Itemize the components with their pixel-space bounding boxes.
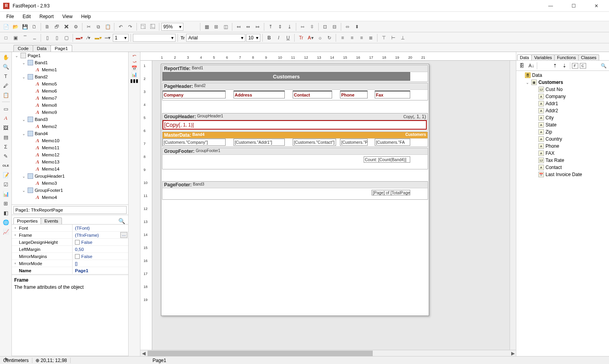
data-collapse-icon[interactable]: ⇡	[551, 62, 559, 70]
memo-object[interactable]: [Customers."Contact"]	[293, 139, 336, 146]
new-button[interactable]: 📄	[2, 22, 10, 31]
band-masterdata[interactable]: MasterData: Band4Customers [Customers."C…	[162, 132, 428, 147]
save-button[interactable]: 💾	[21, 22, 29, 31]
memo-object[interactable]: [Customers."Company"]	[163, 139, 226, 146]
underline-button[interactable]: U	[284, 33, 292, 42]
tree-node[interactable]: A Memo1	[26, 66, 128, 73]
band-pagefooter[interactable]: PageFooter: Band3 [Page] of [TotalPages]	[162, 181, 428, 200]
data-caption-icon[interactable]: C	[580, 63, 586, 69]
property-row[interactable]: +Font (TFont)	[12, 225, 128, 232]
tree-node[interactable]: A Memo4	[26, 194, 128, 201]
tree-node[interactable]: ⌄ Band1	[19, 59, 128, 66]
data-tree-node[interactable]: A Company	[532, 93, 608, 100]
checkbox-tool-button[interactable]: ☑	[2, 180, 10, 189]
cut-button[interactable]: ✂	[84, 22, 93, 31]
property-value[interactable]: (TFont)	[73, 225, 128, 231]
frame-all-button[interactable]: ▣	[11, 33, 20, 42]
data-tab-classes[interactable]: Classes	[578, 54, 599, 60]
style-combo[interactable]: ▾	[133, 34, 176, 42]
property-row[interactable]: LeftMargin 0,50	[12, 246, 128, 253]
tab-data[interactable]: Data	[33, 45, 51, 52]
group-button[interactable]: ⿹	[139, 22, 148, 31]
align-middle-button[interactable]: ⇕	[276, 22, 284, 31]
tree-node[interactable]: ⌄ GroupFooter1	[19, 187, 128, 194]
chart-tool-button[interactable]: 📊	[2, 189, 10, 198]
menu-help[interactable]: Help	[77, 13, 95, 20]
memo-object[interactable]: Customers	[163, 72, 410, 81]
memo-object[interactable]: Address	[234, 91, 285, 98]
page-settings-button[interactable]: ⚙	[71, 22, 80, 31]
property-row[interactable]: MirrorMargins False	[12, 253, 128, 260]
undo-button[interactable]: ↶	[116, 22, 125, 31]
property-row[interactable]: +Frame (TfrxFrame) …	[12, 232, 128, 239]
data-tree-node[interactable]: A Contact	[532, 164, 608, 171]
ole-tool-button[interactable]: OLE	[2, 161, 10, 170]
vertical-scrollbar[interactable]	[510, 61, 516, 350]
redo-button[interactable]: ↷	[126, 22, 135, 31]
tree-node[interactable]: ⌄ GroupHeader1	[19, 173, 128, 180]
data-tree-node[interactable]: A State	[532, 121, 608, 128]
memo-object[interactable]: [Customers."FA	[375, 139, 410, 146]
data-tab-data[interactable]: Data	[517, 54, 532, 60]
space-v-button[interactable]: ⇳	[308, 22, 316, 31]
chart-insert-button[interactable]: 📊	[131, 72, 137, 77]
fill-color-button[interactable]: ▬▾	[75, 33, 84, 42]
text-valign-bottom-button[interactable]: ⊥	[398, 33, 407, 42]
memo-object[interactable]: Contact	[293, 91, 332, 98]
property-value[interactable]: False	[73, 253, 128, 260]
data-tree-node[interactable]: 12 Cust No	[532, 86, 608, 93]
text-tool-button[interactable]: T	[2, 72, 10, 80]
richtext-tool-button[interactable]: 📝	[2, 171, 10, 179]
expand-icon[interactable]: ⌄	[525, 80, 530, 85]
tree-node[interactable]: A Memo9	[26, 109, 128, 116]
expand-icon[interactable]: ⌄	[21, 174, 26, 178]
data-tree-node[interactable]: 🗄 Data	[519, 72, 608, 79]
format-tool-button[interactable]: 🖉	[2, 81, 10, 90]
band-tool-button[interactable]: ▭	[2, 104, 10, 113]
redo-arc-button[interactable]: ⤻	[133, 59, 136, 65]
data-tree-node[interactable]: 12 Tax Rate	[532, 157, 608, 164]
same-width-button[interactable]: ⬄	[343, 22, 352, 31]
hand-tool-button[interactable]: ✋	[2, 53, 10, 61]
data-tab-functions[interactable]: Functions	[554, 54, 579, 60]
gradient-tool-button[interactable]: ◧	[2, 208, 10, 217]
data-tree-node[interactable]: A City	[532, 114, 608, 121]
property-row[interactable]: Name Page1	[12, 267, 128, 274]
property-value[interactable]: (TfrxFrame) …	[73, 232, 128, 238]
report-page[interactable]: ReportTitle: Band1 Customers PageHeader:…	[161, 64, 429, 316]
tree-node[interactable]: A Memo12	[26, 151, 128, 158]
barcode-button[interactable]: ▮▮▮	[130, 78, 138, 84]
line-style-button[interactable]: ▬▾	[94, 33, 103, 42]
property-row[interactable]: LargeDesignHeight False	[12, 239, 128, 246]
data-tab-variables[interactable]: Variables	[531, 54, 555, 60]
tree-node[interactable]: A Memo6	[26, 87, 128, 95]
tree-node[interactable]: ⌄ Band3	[19, 116, 128, 123]
font-color-button[interactable]: A▾	[306, 33, 315, 42]
data-field-icon[interactable]: F	[572, 63, 578, 69]
font-settings-button[interactable]: Tr	[297, 33, 305, 42]
data-tree-node[interactable]: A Addr1	[532, 100, 608, 107]
zoom-combo[interactable]: 95%▾	[161, 23, 183, 31]
expand-icon[interactable]: ⌄	[21, 75, 26, 79]
menu-view[interactable]: View	[58, 13, 77, 20]
memo-object[interactable]: Company	[163, 91, 226, 98]
gauge-tool-button[interactable]: 📈	[2, 227, 10, 236]
align-left-button[interactable]: ⤆	[234, 22, 243, 31]
data-db-icon[interactable]: 🗄	[518, 62, 526, 70]
band-pageheader[interactable]: PageHeader: Band2 CompanyAddressContactP…	[162, 83, 428, 100]
tab-page1[interactable]: Page1	[50, 45, 72, 52]
property-row[interactable]: +MirrorMode []	[12, 260, 128, 267]
tree-node[interactable]: A Memo10	[26, 137, 128, 144]
align-bottom-button[interactable]: ⤓	[285, 22, 294, 31]
memo-object[interactable]: [Customers."Ph	[340, 139, 368, 146]
data-tree-node[interactable]: A FAX	[532, 150, 608, 157]
center-h-button[interactable]: ⊡	[321, 22, 329, 31]
prop-tab-events[interactable]: Events	[41, 217, 62, 224]
align-top-button[interactable]: ⤒	[266, 22, 275, 31]
text-valign-top-button[interactable]: ⊤	[379, 33, 388, 42]
menu-file[interactable]: File	[2, 13, 18, 20]
draw-tool-button[interactable]: ✎	[2, 152, 10, 160]
text-align-left-button[interactable]: ≡	[338, 33, 347, 42]
bold-button[interactable]: B	[265, 33, 273, 42]
data-tree-node[interactable]: A Zip	[532, 128, 608, 136]
